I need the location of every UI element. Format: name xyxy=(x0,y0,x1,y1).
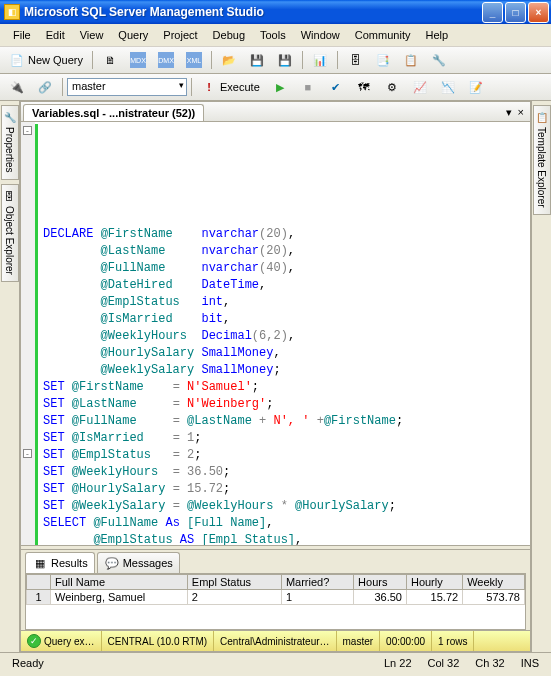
query-status-bar: ✓ Query ex… CENTRAL (10.0 RTM) Central\A… xyxy=(21,630,530,651)
menu-debug[interactable]: Debug xyxy=(206,27,252,43)
cell[interactable]: 2 xyxy=(187,590,281,605)
activity-icon: 📊 xyxy=(312,52,328,68)
save-button[interactable]: 💾 xyxy=(244,49,270,71)
row-header-corner xyxy=(27,575,51,590)
save-all-icon: 💾 xyxy=(277,52,293,68)
menu-community[interactable]: Community xyxy=(348,27,418,43)
new-query-icon: 📄 xyxy=(9,52,25,68)
cell[interactable]: 36.50 xyxy=(354,590,407,605)
template-explorer-tab[interactable]: 📋 Template Explorer xyxy=(533,105,551,215)
db-info: master xyxy=(337,631,381,651)
results-tab[interactable]: ▦ Results xyxy=(25,552,95,573)
new-dmx-button[interactable]: DMX xyxy=(153,49,179,71)
cell[interactable]: Weinberg, Samuel xyxy=(51,590,188,605)
stats-icon: 📉 xyxy=(440,79,456,95)
new-query-button[interactable]: 📄 New Query xyxy=(4,49,88,71)
change-conn-icon: 🔗 xyxy=(37,79,53,95)
object-explorer-button[interactable]: 📑 xyxy=(370,49,396,71)
menu-query[interactable]: Query xyxy=(111,27,155,43)
folder-open-icon: 📂 xyxy=(221,52,237,68)
column-header[interactable]: Full Name xyxy=(51,575,188,590)
new-mdx-button[interactable]: MDX xyxy=(125,49,151,71)
messages-icon: 💬 xyxy=(104,555,120,571)
menu-help[interactable]: Help xyxy=(418,27,455,43)
messages-tab[interactable]: 💬 Messages xyxy=(97,552,180,573)
document-tab-label: Variables.sql - ...nistrateur (52)) xyxy=(32,107,195,119)
column-header[interactable]: Married? xyxy=(281,575,353,590)
save-all-button[interactable]: 💾 xyxy=(272,49,298,71)
row-number[interactable]: 1 xyxy=(27,590,51,605)
separator xyxy=(62,78,63,96)
menu-view[interactable]: View xyxy=(73,27,111,43)
properties-label: Properties xyxy=(4,127,15,173)
properties-icon: 🔧 xyxy=(431,52,447,68)
main-area: 🔧 Properties 🗄 Object Explorer Variables… xyxy=(0,101,551,652)
menu-window[interactable]: Window xyxy=(294,27,347,43)
separator xyxy=(92,51,93,69)
minimize-button[interactable]: _ xyxy=(482,2,503,23)
table-row[interactable]: 1 Weinberg, Samuel 2 1 36.50 15.72 573.7… xyxy=(27,590,525,605)
results-tab-label: Results xyxy=(51,557,88,569)
object-explorer-tab[interactable]: 🗄 Object Explorer xyxy=(1,184,19,282)
results-text-button[interactable]: 📝 xyxy=(463,76,489,98)
status-text: Query ex… xyxy=(44,636,95,647)
column-header[interactable]: Weekly xyxy=(463,575,525,590)
tab-list-button[interactable]: ▾ xyxy=(504,106,514,119)
cell[interactable]: 573.78 xyxy=(463,590,525,605)
results-grid[interactable]: Full Name Empl Status Married? Hours Hou… xyxy=(25,573,526,630)
ready-status: Ready xyxy=(4,657,52,669)
column-header[interactable]: Hours xyxy=(354,575,407,590)
new-xmla-button[interactable]: XML xyxy=(181,49,207,71)
connect-button[interactable]: 🔌 xyxy=(4,76,30,98)
separator xyxy=(337,51,338,69)
column-header[interactable]: Hourly xyxy=(406,575,462,590)
menu-file[interactable]: File xyxy=(6,27,38,43)
object-explorer-icon: 🗄 xyxy=(4,191,16,203)
connect-icon: 🔌 xyxy=(9,79,25,95)
results-panel: ▦ Results 💬 Messages Full Name Empl Stat… xyxy=(21,550,530,630)
column-number: Col 32 xyxy=(420,657,468,669)
new-file-button[interactable]: 🗎 xyxy=(97,49,123,71)
parse-button[interactable]: ✔ xyxy=(323,76,349,98)
left-sidebar: 🔧 Properties 🗄 Object Explorer xyxy=(0,101,20,652)
close-tab-button[interactable]: × xyxy=(516,106,526,119)
column-header[interactable]: Empl Status xyxy=(187,575,281,590)
stop-button[interactable]: ■ xyxy=(295,76,321,98)
close-button[interactable]: × xyxy=(528,2,549,23)
registered-servers-button[interactable]: 🗄 xyxy=(342,49,368,71)
estimated-plan-button[interactable]: 🗺 xyxy=(351,76,377,98)
activity-button[interactable]: 📊 xyxy=(307,49,333,71)
change-bar xyxy=(35,124,38,545)
menu-project[interactable]: Project xyxy=(156,27,204,43)
right-sidebar: 📋 Template Explorer xyxy=(531,101,551,652)
include-plan-button[interactable]: 📈 xyxy=(407,76,433,98)
debug-button[interactable]: ▶ xyxy=(267,76,293,98)
file-icon: 🗎 xyxy=(102,52,118,68)
dmx-icon: DMX xyxy=(158,52,174,68)
cell[interactable]: 15.72 xyxy=(406,590,462,605)
open-file-button[interactable]: 📂 xyxy=(216,49,242,71)
separator xyxy=(191,78,192,96)
options-button[interactable]: ⚙ xyxy=(379,76,405,98)
properties-button[interactable]: 🔧 xyxy=(426,49,452,71)
document-tab[interactable]: Variables.sql - ...nistrateur (52)) xyxy=(23,104,204,121)
template-button[interactable]: 📋 xyxy=(398,49,424,71)
menu-tools[interactable]: Tools xyxy=(253,27,293,43)
servers-icon: 🗄 xyxy=(347,52,363,68)
menu-edit[interactable]: Edit xyxy=(39,27,72,43)
fold-toggle[interactable]: - xyxy=(23,126,32,135)
fold-toggle[interactable]: - xyxy=(23,449,32,458)
include-stats-button[interactable]: 📉 xyxy=(435,76,461,98)
code-editor[interactable]: - - DECLARE @FirstName nvarchar(20), @La… xyxy=(21,122,530,545)
time-info: 00:00:00 xyxy=(380,631,432,651)
include-plan-icon: 📈 xyxy=(412,79,428,95)
separator xyxy=(302,51,303,69)
properties-icon: 🔧 xyxy=(4,112,16,124)
maximize-button[interactable]: □ xyxy=(505,2,526,23)
execute-button[interactable]: ! Execute xyxy=(196,76,265,98)
properties-tab[interactable]: 🔧 Properties xyxy=(1,105,19,180)
titlebar[interactable]: ◧ Microsoft SQL Server Management Studio… xyxy=(0,0,551,24)
cell[interactable]: 1 xyxy=(281,590,353,605)
database-dropdown[interactable]: master xyxy=(67,78,187,96)
change-conn-button[interactable]: 🔗 xyxy=(32,76,58,98)
